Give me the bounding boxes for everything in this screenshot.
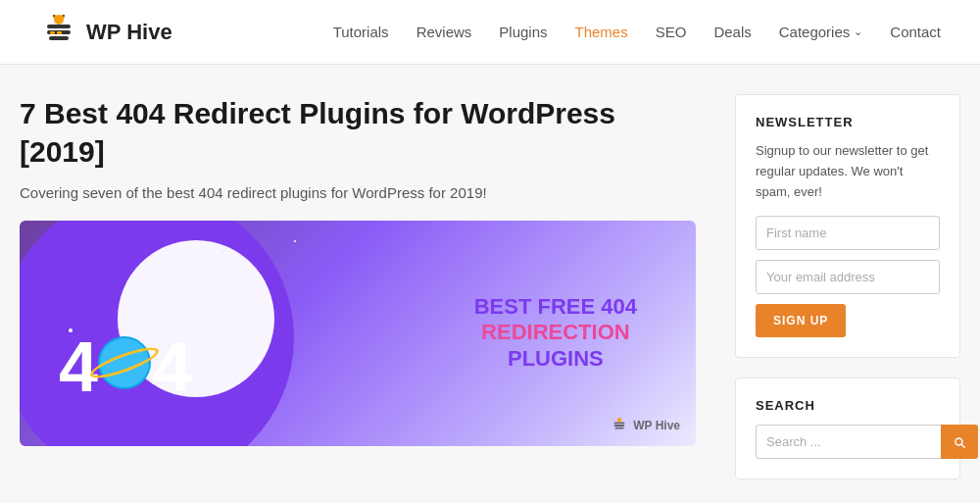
- search-row: [756, 425, 940, 459]
- star: [167, 279, 169, 281]
- image-text-line2: REDIRECTION: [474, 321, 637, 346]
- svg-rect-8: [50, 31, 55, 34]
- planet-circle: [100, 338, 149, 387]
- nav-categories[interactable]: Categories ⌄: [779, 24, 863, 40]
- newsletter-title: NEWSLETTER: [756, 115, 940, 129]
- sidebar: NEWSLETTER Signup to our newsletter to g…: [735, 94, 960, 499]
- image-text-line1: BEST FREE 404: [474, 294, 637, 320]
- search-widget: SEARCH: [735, 377, 960, 479]
- newsletter-widget: NEWSLETTER Signup to our newsletter to g…: [735, 94, 960, 358]
- svg-rect-11: [615, 428, 624, 429]
- logo-text: WP Hive: [86, 20, 172, 45]
- nav-contact[interactable]: Contact: [890, 24, 941, 40]
- search-button[interactable]: [941, 425, 978, 459]
- star: [216, 250, 219, 253]
- planet-ring: [87, 342, 162, 383]
- nav-plugins[interactable]: Plugins: [499, 24, 547, 40]
- planet-icon: [100, 338, 149, 387]
- svg-point-6: [53, 15, 55, 17]
- nav-tutorials[interactable]: Tutorials: [333, 24, 389, 40]
- watermark-text: WP Hive: [633, 419, 680, 432]
- image-watermark: WP Hive: [611, 417, 680, 434]
- svg-point-7: [63, 15, 65, 17]
- svg-point-13: [617, 418, 622, 423]
- star: [255, 309, 258, 312]
- article-title: 7 Best 404 Redirect Plugins for WordPres…: [20, 94, 706, 171]
- logo-icon: [39, 13, 78, 52]
- nav-categories-label: Categories: [779, 24, 851, 40]
- image-404-text: 4 4: [59, 327, 190, 407]
- email-input[interactable]: [756, 260, 940, 294]
- site-header: WP Hive Tutorials Reviews Plugins Themes…: [0, 0, 980, 65]
- svg-rect-12: [614, 422, 625, 424]
- main-content: 7 Best 404 Redirect Plugins for WordPres…: [20, 94, 706, 499]
- search-input[interactable]: [756, 425, 941, 459]
- nav-themes[interactable]: Themes: [575, 24, 628, 40]
- svg-rect-1: [49, 36, 69, 40]
- page-container: 7 Best 404 Redirect Plugins for WordPres…: [0, 65, 980, 503]
- site-logo[interactable]: WP Hive: [39, 13, 172, 52]
- nav-deals[interactable]: Deals: [713, 24, 751, 40]
- image-right-text: BEST FREE 404 REDIRECTION PLUGINS: [474, 294, 637, 372]
- main-nav: Tutorials Reviews Plugins Themes SEO Dea…: [333, 24, 941, 40]
- search-title: SEARCH: [756, 398, 940, 413]
- nav-seo[interactable]: SEO: [656, 24, 687, 40]
- four-right: 4: [153, 327, 190, 407]
- signup-button[interactable]: SIGN UP: [756, 304, 846, 337]
- article-subtitle: Covering seven of the best 404 redirect …: [20, 184, 706, 201]
- search-icon: [953, 435, 966, 449]
- image-text-line3: PLUGINS: [474, 346, 637, 372]
- star: [196, 387, 198, 389]
- watermark-icon: [611, 417, 628, 434]
- nav-reviews[interactable]: Reviews: [416, 24, 472, 40]
- chevron-down-icon: ⌄: [854, 25, 862, 38]
- four-left: 4: [59, 327, 96, 407]
- star: [294, 240, 296, 242]
- svg-rect-2: [47, 25, 71, 28]
- article-image: 4 4 BEST FREE 404 REDIRECTION PLUGINS: [20, 221, 696, 446]
- svg-rect-9: [57, 31, 62, 34]
- newsletter-description: Signup to our newsletter to get regular …: [756, 141, 940, 202]
- first-name-input[interactable]: [756, 216, 940, 250]
- svg-rect-10: [614, 425, 625, 427]
